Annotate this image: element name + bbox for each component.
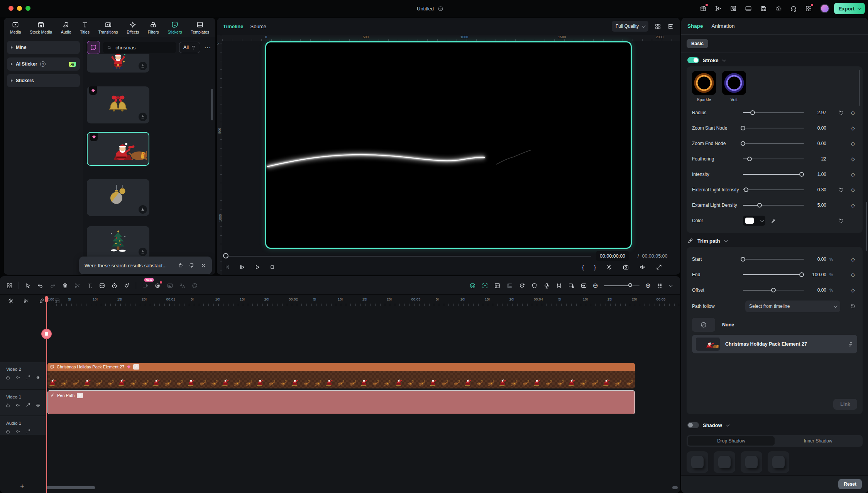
timeline-ruler[interactable]: 0:005f10f15f20f00:015f10f15f20f00:025f10… [47, 296, 680, 306]
keyframe-diamond-button[interactable]: ◇ [849, 187, 857, 193]
media-tab-stickers[interactable]: Stickers [168, 21, 182, 34]
translate-tool-button[interactable] [179, 282, 186, 289]
param-slider-start[interactable] [743, 257, 804, 262]
shadow-collapse-icon[interactable] [726, 423, 730, 427]
keyframe-diamond-button[interactable]: ◇ [849, 272, 857, 278]
stroke-card-scrollbar[interactable] [859, 70, 860, 106]
expand-button[interactable] [656, 264, 662, 270]
keyframe-diamond-button[interactable]: ◇ [849, 171, 857, 177]
param-reset-button[interactable] [837, 110, 846, 115]
clock-tool-button[interactable] [111, 282, 118, 289]
clip-christmas-holiday-pack-element-27[interactable]: Christmas Holiday Pack Element 27 [47, 363, 635, 388]
sticker-result-bells[interactable] [87, 86, 149, 123]
gift-button[interactable] [700, 5, 707, 12]
timeline-scrollbar-end[interactable] [672, 486, 678, 489]
dock-button[interactable] [745, 5, 752, 12]
keyframe-diamond-button[interactable]: ◇ [849, 156, 857, 162]
sticker-result-santa-sleigh[interactable] [87, 132, 149, 166]
playbar-button[interactable] [239, 264, 245, 270]
track-wand-button[interactable] [25, 429, 30, 434]
inspector-tab-animation[interactable]: Animation [712, 23, 735, 29]
thumbs-down-button[interactable] [189, 262, 195, 268]
media-tab-effects[interactable]: Effects [127, 21, 139, 34]
shield-tool-button[interactable] [531, 282, 538, 289]
gear-button[interactable] [606, 264, 613, 270]
track-speaker-button[interactable] [15, 375, 20, 380]
filter-all-button[interactable]: All [179, 42, 200, 53]
close-window-button[interactable] [8, 6, 14, 11]
slider-handle[interactable] [757, 203, 762, 208]
param-slider-end[interactable] [743, 272, 804, 277]
santa-sleigh-element[interactable] [605, 167, 631, 248]
media-tab-templates[interactable]: Templates [191, 21, 209, 34]
mic-tool-button[interactable] [543, 282, 550, 289]
trash-tool-button[interactable] [62, 282, 68, 289]
param-slider-feathering[interactable] [743, 156, 804, 162]
close-toast-button[interactable] [200, 262, 206, 268]
sidebar-item-stickers[interactable]: Stickers [7, 74, 80, 87]
save-button[interactable] [760, 5, 767, 12]
color-swatch-dropdown[interactable] [743, 216, 765, 226]
loop-tool-button[interactable] [519, 282, 525, 289]
track-speaker-button[interactable] [15, 403, 20, 408]
timeline-horizontal-scrollbar[interactable] [46, 486, 95, 489]
param-slider-offset[interactable] [743, 287, 804, 293]
palette-tool-button[interactable] [191, 282, 198, 289]
basic-filter-pill[interactable]: Basic [687, 39, 708, 48]
sidebar-item-ai-sticker[interactable]: AI Sticker?AI [7, 57, 80, 71]
download-sticker-button[interactable] [139, 62, 147, 70]
slider-handle[interactable] [750, 110, 755, 115]
path-none-option[interactable]: None [692, 315, 857, 335]
trim-path-collapse-icon[interactable] [724, 238, 728, 242]
gear-track-tool-button[interactable] [8, 298, 14, 304]
track-lock-button[interactable] [5, 429, 10, 434]
add-track-button[interactable]: + [20, 482, 24, 491]
stroke-toggle[interactable] [687, 57, 699, 63]
scissors-track-tool-button[interactable] [23, 298, 29, 304]
stop-button[interactable] [269, 264, 276, 270]
export-button[interactable]: Export [834, 3, 865, 14]
stroke-preset-volt[interactable]: Volt [722, 71, 746, 102]
preview-canvas[interactable] [265, 41, 632, 249]
prevframe-button[interactable] [224, 264, 230, 270]
slider-handle[interactable] [741, 126, 745, 130]
media-tab-media[interactable]: Media [10, 21, 21, 34]
download-sticker-button[interactable] [139, 113, 147, 121]
link-button[interactable]: Link [833, 399, 857, 410]
track-speaker-button[interactable] [15, 429, 20, 434]
minimize-window-button[interactable] [17, 6, 22, 11]
addclip-tool-button[interactable]: NEW [142, 282, 149, 289]
scissors-tool-button[interactable] [74, 282, 81, 289]
camera-button[interactable] [623, 264, 629, 270]
download-sticker-button[interactable] [139, 248, 147, 256]
keyframe-diamond-button[interactable]: ◇ [849, 256, 857, 262]
more-options-button[interactable]: ⋯ [203, 44, 212, 52]
play-button[interactable] [254, 264, 261, 270]
mixer-tool-button[interactable] [556, 282, 562, 289]
tab-timeline[interactable]: Timeline [223, 24, 244, 29]
image-tool-button[interactable] [506, 282, 513, 289]
zoom-in-button[interactable]: ⊕ [645, 282, 651, 290]
shadow-toggle[interactable] [687, 422, 699, 428]
media-tab-titles[interactable]: Titles [80, 21, 90, 34]
keyframe-diamond-button[interactable]: ◇ [849, 110, 857, 116]
stroke-collapse-icon[interactable] [722, 58, 726, 62]
sticker-result-santa[interactable] [87, 54, 149, 73]
param-slider-external-light-intensity[interactable] [743, 187, 804, 192]
slider-handle[interactable] [747, 157, 752, 161]
inspector-scrollbar[interactable] [866, 202, 867, 251]
slider-handle[interactable] [741, 257, 745, 262]
shadow-preset-1[interactable] [687, 451, 708, 473]
keyframe-diamond-button[interactable]: ◇ [849, 287, 857, 293]
redo-tool-button[interactable] [49, 282, 56, 289]
text-tool-button[interactable] [86, 282, 93, 289]
playhead-keyframe-badge[interactable] [41, 329, 52, 339]
window-controls[interactable] [8, 6, 30, 11]
shadow-tab-inner-shadow[interactable]: Inner Shadow [775, 436, 861, 446]
track-eye-button[interactable] [36, 403, 41, 408]
path-follow-dropdown[interactable]: Select from timeline [745, 301, 840, 312]
shadow-preset-3[interactable] [741, 451, 762, 473]
reset-button[interactable]: Reset [838, 479, 862, 489]
scopes-icon[interactable] [667, 23, 674, 30]
shadow-preset-4[interactable] [768, 451, 789, 473]
